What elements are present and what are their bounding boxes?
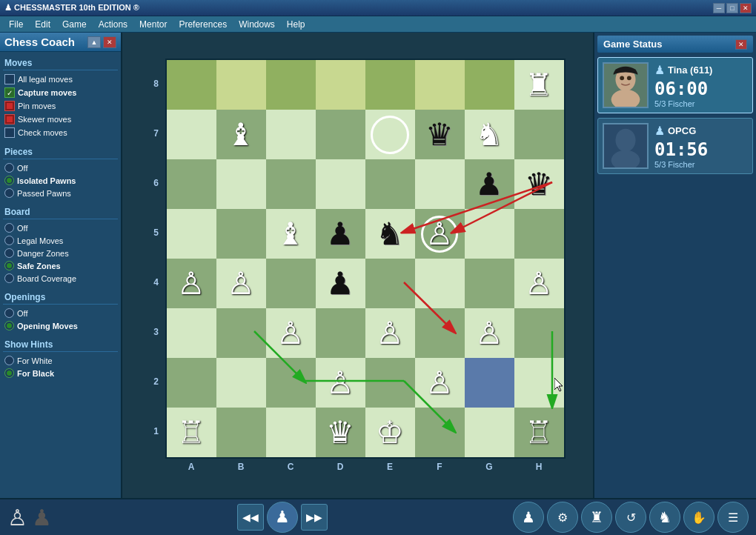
square-d7[interactable] xyxy=(316,110,365,159)
square-c5[interactable]: ♝ xyxy=(266,209,316,259)
square-a5[interactable] xyxy=(167,209,216,259)
square-f4[interactable] xyxy=(415,259,465,308)
openings-off-item[interactable]: Off xyxy=(3,307,118,319)
square-h5[interactable] xyxy=(514,209,564,259)
chess-board[interactable]: ♜ ♝ ♛ ♞ xyxy=(165,59,566,459)
square-d4[interactable]: ♟ xyxy=(316,259,365,308)
legal-moves-radio[interactable] xyxy=(4,236,14,245)
menu-help[interactable]: Help xyxy=(281,18,311,31)
square-b2[interactable] xyxy=(216,358,266,408)
square-e1[interactable]: ♔ xyxy=(365,408,415,457)
square-f2[interactable]: ♙ xyxy=(415,358,465,408)
board-off-radio[interactable] xyxy=(4,223,14,233)
board-coverage-radio[interactable] xyxy=(4,273,14,283)
menu-mentor[interactable]: Mentor xyxy=(133,18,173,31)
square-g4[interactable] xyxy=(465,259,514,308)
square-d8[interactable] xyxy=(316,60,365,110)
square-d6[interactable] xyxy=(316,159,365,209)
square-h4[interactable]: ♙ xyxy=(514,259,564,308)
square-e3[interactable]: ♙ xyxy=(365,308,415,358)
square-e7[interactable] xyxy=(365,110,415,159)
coach-close-button[interactable]: ✕ xyxy=(103,36,116,48)
isolated-pawns-radio[interactable] xyxy=(4,176,14,185)
opening-moves-radio[interactable] xyxy=(4,321,14,330)
isolated-pawns-item[interactable]: Isolated Pawns xyxy=(3,174,118,187)
square-a4[interactable]: ♙ xyxy=(167,259,216,308)
check-moves-checkbox[interactable] xyxy=(4,127,15,138)
capture-moves-item[interactable]: Capture moves xyxy=(3,86,118,99)
capture-moves-checkbox[interactable] xyxy=(4,87,15,98)
square-c3[interactable]: ♙ xyxy=(266,308,316,358)
square-h1[interactable]: ♖ xyxy=(514,408,564,457)
square-f7[interactable]: ♛ xyxy=(415,110,465,159)
square-c8[interactable] xyxy=(266,60,316,110)
for-white-radio[interactable] xyxy=(4,356,14,365)
menu-preferences[interactable]: Preferences xyxy=(173,18,233,31)
bottom-icon-menu[interactable]: ☰ xyxy=(717,502,749,533)
menu-game[interactable]: Game xyxy=(56,18,93,31)
bottom-icon-board[interactable]: ⚙ xyxy=(547,502,578,533)
square-a2[interactable] xyxy=(167,358,216,408)
square-g6[interactable]: ♟ xyxy=(465,159,514,209)
passed-pawns-radio[interactable] xyxy=(4,188,14,198)
for-black-radio[interactable] xyxy=(4,368,14,378)
square-a7[interactable] xyxy=(167,110,216,159)
square-a8[interactable] xyxy=(167,60,216,110)
square-b5[interactable] xyxy=(216,209,266,259)
all-legal-moves-item[interactable]: All legal moves xyxy=(3,73,118,86)
square-b3[interactable] xyxy=(216,308,266,358)
square-e4[interactable] xyxy=(365,259,415,308)
square-e6[interactable] xyxy=(365,159,415,209)
square-d1[interactable]: ♛ xyxy=(316,408,365,457)
square-d2[interactable]: ♙ xyxy=(316,358,365,408)
menu-windows[interactable]: Windows xyxy=(233,18,281,31)
minimize-button[interactable]: ─ xyxy=(713,3,725,13)
square-f8[interactable] xyxy=(415,60,465,110)
board-coverage-item[interactable]: Board Coverage xyxy=(3,272,118,285)
square-c1[interactable] xyxy=(266,408,316,457)
square-g7[interactable]: ♞ xyxy=(465,110,514,159)
bottom-icon-knight[interactable]: ♞ xyxy=(649,502,680,533)
square-d5[interactable]: ♟ xyxy=(316,209,365,259)
square-b6[interactable] xyxy=(216,159,266,209)
square-b7[interactable]: ♝ xyxy=(216,110,266,159)
maximize-button[interactable]: □ xyxy=(726,3,738,13)
bottom-icon-hand[interactable]: ✋ xyxy=(683,502,714,533)
check-moves-item[interactable]: Check moves xyxy=(3,126,118,139)
square-h3[interactable] xyxy=(514,308,564,358)
danger-zones-item[interactable]: Danger Zones xyxy=(3,247,118,259)
square-a1[interactable]: ♖ xyxy=(167,408,216,457)
all-legal-moves-checkbox[interactable] xyxy=(4,74,15,84)
square-h8[interactable]: ♜ xyxy=(514,60,564,110)
square-f3[interactable] xyxy=(415,308,465,358)
nav-first-button[interactable]: ◀◀ xyxy=(237,504,264,531)
board-off-item[interactable]: Off xyxy=(3,222,118,234)
skewer-moves-item[interactable]: Skewer moves xyxy=(3,113,118,126)
square-b1[interactable] xyxy=(216,408,266,457)
close-app-button[interactable]: ✕ xyxy=(740,3,752,13)
bottom-icon-rotate[interactable]: ↺ xyxy=(615,502,646,533)
square-b4[interactable]: ♙ xyxy=(216,259,266,308)
square-e5[interactable]: ♞ xyxy=(365,209,415,259)
for-black-item[interactable]: For Black xyxy=(3,367,118,379)
for-white-item[interactable]: For White xyxy=(3,354,118,367)
square-g2[interactable] xyxy=(465,358,514,408)
opening-moves-item[interactable]: Opening Moves xyxy=(3,319,118,332)
bottom-icon-chess[interactable]: ♟ xyxy=(513,502,544,533)
square-c4[interactable] xyxy=(266,259,316,308)
square-c2[interactable] xyxy=(266,358,316,408)
legal-moves-item[interactable]: Legal Moves xyxy=(3,234,118,247)
openings-off-radio[interactable] xyxy=(4,308,14,318)
coach-expand-button[interactable]: ▲ xyxy=(87,36,101,48)
square-e2[interactable] xyxy=(365,358,415,408)
square-c7[interactable] xyxy=(266,110,316,159)
square-b8[interactable] xyxy=(216,60,266,110)
square-a6[interactable] xyxy=(167,159,216,209)
square-h2[interactable] xyxy=(514,358,564,408)
pin-moves-checkbox[interactable] xyxy=(4,101,15,111)
nav-next-button[interactable]: ▶▶ xyxy=(301,504,328,531)
square-g1[interactable] xyxy=(465,408,514,457)
pin-moves-item[interactable]: Pin moves xyxy=(3,99,118,113)
skewer-moves-checkbox[interactable] xyxy=(4,114,15,124)
square-h6[interactable]: ♛ xyxy=(514,159,564,209)
